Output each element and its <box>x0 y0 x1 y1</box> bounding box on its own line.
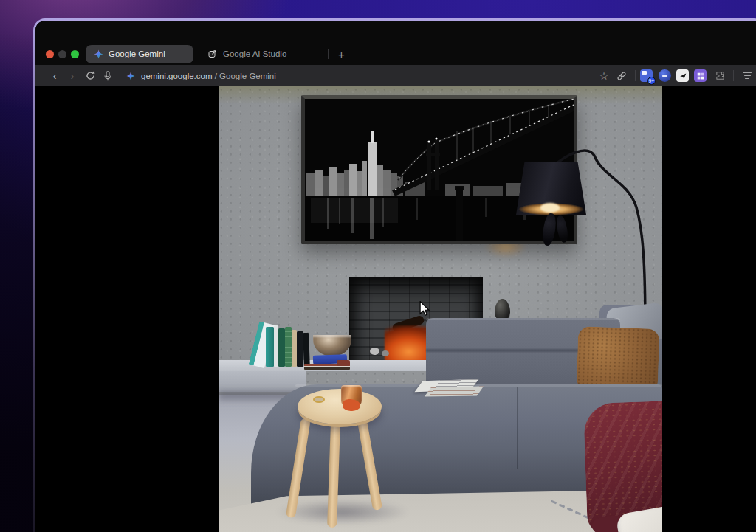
trinket <box>337 360 350 366</box>
extension-1-glyph <box>642 71 647 75</box>
minimize-button[interactable] <box>58 50 66 58</box>
copy-link-button[interactable] <box>613 68 630 84</box>
desktop-wallpaper: Google Gemini Google AI Studio + ‹ › <box>0 0 756 532</box>
browser-window: Google Gemini Google AI Studio + ‹ › <box>33 18 756 532</box>
link-icon <box>616 71 627 81</box>
extension-2-glyph <box>662 75 667 77</box>
fire-stone <box>370 348 379 355</box>
extension-icon-1[interactable]: 9+ <box>640 69 653 82</box>
book <box>292 330 297 367</box>
traffic-lights <box>46 50 79 58</box>
ai-studio-icon <box>208 49 217 58</box>
extension-icon-3[interactable] <box>676 69 689 82</box>
orange-cloth <box>343 399 360 411</box>
paper-plane-icon <box>678 72 687 80</box>
fire-stone <box>382 350 389 356</box>
book <box>266 327 274 367</box>
toolbar: ‹ › <box>35 65 756 86</box>
page-content <box>35 86 756 532</box>
url-text: gemini.google.com / Google Gemini <box>141 72 276 80</box>
bookmark-button[interactable]: ☆ <box>595 68 613 84</box>
new-tab-button[interactable]: + <box>333 46 349 62</box>
reload-button[interactable] <box>81 68 99 84</box>
url-host: gemini.google.com <box>141 72 213 80</box>
tab-google-gemini[interactable]: Google Gemini <box>86 45 193 63</box>
extensions-puzzle-button[interactable] <box>711 68 729 84</box>
bench-front <box>219 371 306 392</box>
tab-google-ai-studio[interactable]: Google AI Studio <box>202 45 292 63</box>
extension-badge: 9+ <box>647 77 656 85</box>
mouse-cursor <box>419 301 430 316</box>
book <box>303 333 310 367</box>
living-room-image[interactable] <box>219 86 662 532</box>
menu-button[interactable] <box>738 68 756 84</box>
voice-search-button[interactable] <box>99 68 117 84</box>
brown-pillow <box>577 326 660 393</box>
wooden-stool-top <box>298 389 382 424</box>
puzzle-icon <box>715 71 725 80</box>
close-button[interactable] <box>46 50 54 58</box>
extension-icon-2[interactable] <box>659 69 671 82</box>
tab-separator <box>328 49 329 59</box>
gold-ring <box>313 396 325 403</box>
tab-label: Google AI Studio <box>223 49 286 58</box>
reload-icon <box>86 71 95 80</box>
lamp-bulb <box>540 203 560 213</box>
url-page-title: / Google Gemini <box>213 72 276 80</box>
toolbar-divider <box>635 70 636 81</box>
back-button[interactable]: ‹ <box>46 68 63 84</box>
grid-icon <box>696 72 705 80</box>
gemini-sparkle-icon <box>94 49 103 59</box>
microphone-icon <box>103 71 112 81</box>
window-drag-area[interactable] <box>35 21 756 43</box>
tab-strip: Google Gemini Google AI Studio + <box>35 43 756 65</box>
forward-button[interactable]: › <box>63 68 81 84</box>
magazine <box>425 386 484 396</box>
extension-icon-4[interactable] <box>694 69 707 82</box>
address-bar[interactable]: gemini.google.com / Google Gemini <box>126 72 276 80</box>
book <box>285 327 292 367</box>
zoom-button[interactable] <box>71 50 79 58</box>
toolbar-divider <box>733 70 734 81</box>
gemini-favicon <box>126 72 135 80</box>
book <box>278 328 285 367</box>
tab-label: Google Gemini <box>109 49 165 58</box>
